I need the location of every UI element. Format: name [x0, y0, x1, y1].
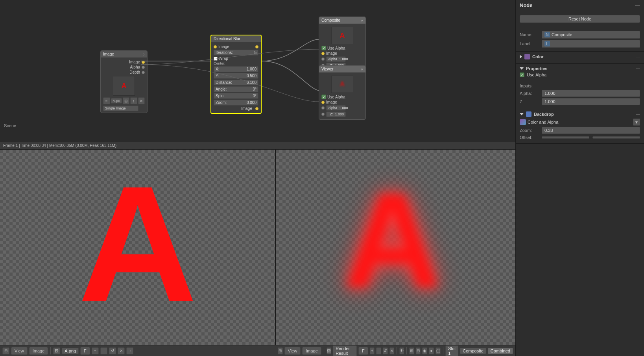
br-slot[interactable]: Slot 1: [445, 345, 458, 356]
dir-blur-img-out: [255, 107, 258, 110]
backdrop-collapse[interactable]: —: [636, 112, 640, 117]
directional-blur-node[interactable]: Directional Blur Image Iterations: 5 Wra…: [210, 35, 262, 114]
dir-blur-header: Directional Blur: [211, 35, 261, 42]
alpha-input-value[interactable]: 1.000: [542, 90, 640, 97]
br-view[interactable]: View: [284, 347, 301, 355]
panel-collapse[interactable]: —: [635, 2, 640, 8]
img-btn-x[interactable]: ✕: [138, 97, 145, 104]
viewer-z-row: Z: 1.000: [321, 111, 363, 117]
zoom-panel-value[interactable]: 0.33: [542, 127, 640, 134]
offset-x-value[interactable]: [542, 136, 589, 139]
zoom-field[interactable]: Zoom: 0.000: [214, 100, 258, 106]
angle-field[interactable]: Angle: 0°: [214, 86, 258, 92]
name-icon[interactable]: N: [544, 32, 550, 37]
bl-filename[interactable]: A.png: [62, 348, 79, 354]
br-extra-5[interactable]: ◯: [435, 347, 441, 354]
br-image[interactable]: Image: [302, 347, 321, 355]
br-combined[interactable]: Combined: [488, 348, 513, 354]
zoom-row: Zoom: 0.000: [214, 100, 258, 106]
properties-header: Properties —: [520, 66, 640, 71]
br-reload-icon[interactable]: ↺: [383, 347, 388, 354]
br-extra-2[interactable]: ⊟: [416, 347, 421, 354]
br-filename[interactable]: Render Result: [333, 345, 357, 356]
color-alpha-field[interactable]: Color and Alpha: [520, 119, 631, 125]
viewer-z-val[interactable]: Z: 1.000: [326, 111, 346, 117]
composite-preview: A: [331, 27, 353, 44]
br-minus-icon[interactable]: -: [376, 347, 381, 354]
x-field[interactable]: X: 1.000: [214, 66, 258, 72]
bl-f-btn[interactable]: F: [80, 347, 90, 355]
y-row: Y: 0.500: [214, 73, 258, 79]
viewer-node[interactable]: Viewer ○ A ✓ Use Alpha Image Alpha 1.000…: [319, 65, 366, 120]
viewer-alpha-check[interactable]: ✓: [321, 95, 326, 99]
dir-blur-input-socket: [214, 45, 217, 48]
br-view-icon[interactable]: 👁: [399, 347, 404, 354]
alpha-input-row: Alpha: 1.000: [520, 90, 640, 97]
color-header[interactable]: Color —: [520, 54, 640, 59]
image-source-dropdown[interactable]: Single Image: [103, 106, 145, 111]
conn-blur-to-viewer: [262, 61, 319, 91]
color-alpha-chevron[interactable]: ▼: [633, 119, 640, 126]
composite-alpha-check[interactable]: ✓: [321, 46, 326, 50]
img-btn-3[interactable]: ↕: [130, 97, 137, 104]
left-letter-a: A: [67, 161, 209, 327]
bl-x-icon[interactable]: ✕: [118, 347, 125, 354]
br-plus-icon[interactable]: +: [370, 347, 375, 354]
dir-blur-output-socket: [255, 45, 258, 48]
bl-plus-icon[interactable]: +: [92, 347, 99, 354]
image-output-socket: [142, 61, 145, 64]
z-input-value[interactable]: 1.000: [542, 98, 640, 105]
bl-reload-icon[interactable]: ↺: [109, 347, 116, 354]
bl-grid-icon[interactable]: ⊞: [2, 347, 9, 354]
spin-row: Spin: 0°: [214, 93, 258, 99]
viewer-alpha-socket: [321, 106, 325, 109]
label-icon[interactable]: L: [544, 41, 550, 46]
img-btn-2[interactable]: ⊞: [123, 97, 130, 104]
br-extra-3[interactable]: ◉: [422, 347, 427, 354]
viewer-alpha-val[interactable]: Alpha 1.000: [326, 105, 346, 111]
dir-blur-iterations-row: Iterations: 5: [214, 50, 258, 56]
image-node[interactable]: Image ○ Image Alpha Depth A ≡ A.px ⊞: [100, 50, 148, 113]
br-extra-4[interactable]: ●: [429, 347, 434, 354]
distance-field[interactable]: Distance: 0.100: [214, 80, 258, 85]
use-alpha-checkbox[interactable]: ✓: [520, 72, 524, 77]
center-label: Center:: [214, 61, 258, 65]
dir-blur-iterations[interactable]: Iterations: 5: [214, 50, 258, 56]
bl-minus-icon[interactable]: -: [100, 347, 107, 354]
br-x-icon[interactable]: ✕: [389, 347, 395, 354]
depth-out-label: Depth: [103, 70, 140, 74]
x-row: X: 1.000: [214, 66, 258, 72]
viewer-use-alpha[interactable]: ✓ Use Alpha: [321, 95, 363, 99]
composite-node[interactable]: Composite ○ A ✓ Use Alpha Image Alpha 1.…: [319, 17, 366, 71]
br-composite[interactable]: Composite: [460, 348, 486, 354]
br-img-icon[interactable]: 🖼: [327, 347, 332, 354]
comp-alpha-val[interactable]: Alpha 1.000: [326, 56, 346, 62]
reset-node-button[interactable]: Reset Node: [520, 15, 640, 23]
bl-view[interactable]: View: [11, 347, 28, 355]
br-grid-icon[interactable]: ⊞: [278, 347, 283, 354]
viewer-img-socket: [321, 101, 325, 104]
y-field[interactable]: Y: 0.500: [214, 73, 258, 79]
img-btn-1[interactable]: ≡: [103, 97, 110, 104]
bl-img-icon[interactable]: 🖼: [53, 347, 60, 354]
bl-image[interactable]: Image: [29, 347, 48, 355]
label-input[interactable]: L: [542, 40, 640, 48]
br-extra-1[interactable]: ⊞: [409, 347, 414, 354]
zoom-panel-label: Zoom:: [520, 128, 539, 133]
name-input[interactable]: N Composite: [542, 31, 640, 39]
properties-collapse[interactable]: —: [636, 66, 640, 71]
use-alpha-row[interactable]: ✓ Use Alpha: [520, 72, 640, 77]
color-triangle: [520, 55, 522, 59]
depth-output-socket: [142, 71, 145, 74]
bl-arrow-icon[interactable]: →: [126, 347, 133, 354]
color-collapse[interactable]: —: [636, 54, 640, 59]
panel-title: Node: [520, 2, 533, 8]
offset-y-value[interactable]: [592, 136, 640, 139]
source-value[interactable]: Single Image: [103, 106, 138, 111]
image-out-label: Image: [103, 60, 140, 64]
wrap-checkbox[interactable]: [214, 57, 218, 61]
image-controls[interactable]: ≡ A.px ⊞ ↕ ✕: [103, 97, 145, 104]
br-f-btn[interactable]: F: [358, 347, 368, 355]
composite-use-alpha[interactable]: ✓ Use Alpha: [321, 46, 363, 50]
spin-field[interactable]: Spin: 0°: [214, 93, 258, 99]
